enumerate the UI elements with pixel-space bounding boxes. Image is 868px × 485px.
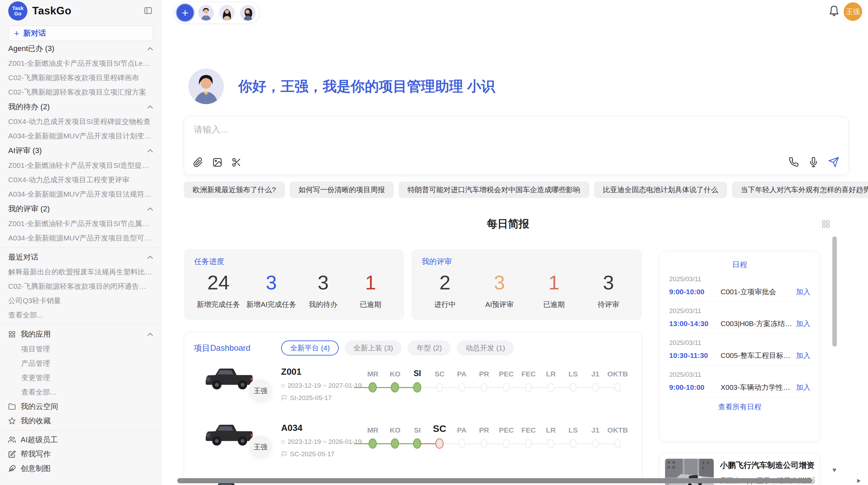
task-progress-card: 任务进度 24新增完成任务 3新增AI完成任务 3我的待办 1已逾期 (184, 249, 404, 320)
sidebar-item-creative-draw[interactable]: 创意制图 (8, 461, 153, 476)
sidebar-item-cloud-space[interactable]: 我的云空间 (8, 399, 153, 414)
project-flag: SI-2025-05-17 (290, 394, 331, 402)
logo-line2: Go (14, 11, 22, 16)
project-row[interactable]: 王强 Z001 2023-12-19 ~ 2027-01-19 SI-2025-… (194, 360, 632, 412)
mic-icon[interactable] (808, 157, 819, 167)
scissors-icon[interactable] (231, 157, 242, 167)
project-row[interactable]: 王强 A034 2023-12-19 ~ 2026-01-19 SC-2025-… (194, 416, 632, 468)
list-item[interactable]: C02-飞腾新能源轻客改款项目里程碑画布 (8, 71, 153, 85)
chevron-up-icon (147, 47, 153, 51)
sidebar-header: Task Go TaskGo (8, 0, 153, 22)
sidebar-item-help-write[interactable]: 帮我写作 (8, 447, 153, 461)
suggestion-chip[interactable]: 如何写一份清晰的项目周报 (290, 182, 394, 198)
sidebar-item-favorites[interactable]: 我的收藏 (8, 414, 153, 428)
member-avatar[interactable] (218, 4, 236, 21)
clock-icon (281, 439, 285, 445)
sidebar-item-project-mgmt[interactable]: 项目管理 (8, 342, 153, 356)
event-title: C001-立项审批会 (721, 287, 796, 297)
list-item[interactable]: 解释最新出台的欧盟报废车法规再生塑料比例被调至15%... (8, 265, 153, 279)
sidebar-item-label: 创意制图 (21, 463, 51, 474)
list-item[interactable]: C0X4-动力总成开发项目工程变更评审 (8, 173, 153, 187)
list-item[interactable]: C0X4-动力总成开发项目SI里程碑提交物检查 (8, 114, 153, 129)
greeting-text: 你好，王强，我是你的项目管理助理 小识 (238, 77, 495, 96)
member-avatar[interactable] (239, 4, 256, 21)
view-all-chats[interactable]: 查看全部... (8, 308, 153, 322)
star-icon (8, 417, 16, 425)
section-agent-done[interactable]: Agent已办 (3) (8, 41, 153, 56)
grid-icon (8, 331, 16, 338)
list-item[interactable]: A034-全新新能源MUV产品开发项目造型可行性评审 (8, 231, 153, 245)
horizontal-scrollbar[interactable] (177, 478, 812, 483)
section-title: 我的应用 (21, 329, 51, 339)
list-item[interactable]: Z001-全新燃油轻卡产品开发项目SI造型提交物评审 (8, 158, 153, 173)
event-date: 2025/03/11 (669, 371, 810, 378)
list-item[interactable]: A034-全新新能源MUV产品开发项目计划变更表编写 (8, 129, 153, 143)
sidebar-item-label: AI超级员工 (21, 435, 58, 445)
section-ai-review[interactable]: AI评审 (3) (8, 143, 153, 158)
stat-pending-review: 3待评审 (588, 270, 629, 309)
paperclip-icon[interactable] (193, 157, 203, 167)
join-link[interactable]: 加入 (796, 383, 810, 392)
view-all-apps[interactable]: 查看全部... (8, 385, 153, 399)
list-item[interactable]: 公司Q3轻卡销量 (8, 294, 153, 308)
tab-new-platform[interactable]: 全新平台 (4) (281, 340, 339, 356)
join-link[interactable]: 加入 (796, 287, 810, 297)
schedule-card: 日程 2025/03/11 9:00-10:00 C001-立项审批会 加入 2… (659, 251, 820, 442)
join-link[interactable]: 加入 (796, 319, 810, 328)
tab-new-body[interactable]: 全新上装 (3) (345, 340, 402, 356)
project-flag: SC-2025-05-17 (290, 450, 335, 458)
project-dashboard-card: 项目Dashboard 全新平台 (4) 全新上装 (3) 年型 (2) 动总开… (184, 332, 642, 485)
send-icon[interactable] (828, 157, 839, 167)
view-all-schedule-link[interactable]: 查看所有日程 (669, 402, 810, 412)
milestone: PR (473, 423, 495, 449)
suggestion-chip[interactable]: 欧洲新规最近颁布了什么? (184, 182, 285, 198)
scroll-down-arrow-icon[interactable] (832, 468, 837, 473)
list-item[interactable]: C02-飞腾新能源轻客改款项目立项汇报方案 (8, 85, 153, 99)
add-member-button[interactable]: + (177, 4, 194, 21)
new-chat-button[interactable]: + 新对话 (8, 25, 153, 41)
milestone: KO (384, 423, 406, 449)
sidebar-item-product-mgmt[interactable]: 产品管理 (8, 356, 153, 371)
new-chat-label: 新对话 (23, 28, 46, 38)
section-recent-chats[interactable]: 最近对话 (8, 250, 153, 265)
app-title: TaskGo (32, 5, 71, 17)
phone-icon[interactable] (788, 157, 799, 167)
section-my-todo[interactable]: 我的待办 (2) (8, 99, 153, 114)
composer-left-tools (193, 157, 242, 167)
vertical-scrollbar[interactable] (832, 236, 837, 347)
milestone: KO (384, 366, 406, 393)
layout-grid-icon[interactable] (821, 220, 830, 228)
project-owner-badge: 王强 (248, 434, 273, 460)
section-my-apps[interactable]: 我的应用 (8, 327, 153, 342)
suggestion-chip[interactable]: 比亚迪全固态电池计划具体说了什么 (594, 182, 727, 198)
join-link[interactable]: 加入 (796, 351, 810, 360)
image-icon[interactable] (212, 157, 222, 167)
suggestion-chip[interactable]: 当下年轻人对汽车外观有怎样的喜好趋势 (732, 182, 868, 198)
tab-powertrain[interactable]: 动总开发 (1) (457, 340, 514, 356)
milestone: FEC (517, 423, 540, 449)
user-avatar[interactable]: 王强 (844, 2, 862, 21)
sidebar-item-change-mgmt[interactable]: 变更管理 (8, 371, 153, 385)
scroll-right-arrow-icon[interactable] (856, 478, 861, 483)
user-avatar-label: 王强 (846, 7, 860, 16)
tab-model-year[interactable]: 年型 (2) (408, 340, 451, 356)
member-avatar[interactable] (197, 4, 215, 21)
list-item[interactable]: C02-飞腾新能源轻客改款项目的闭环通告反馈情况 (8, 279, 153, 294)
section-my-review[interactable]: 我的评审 (2) (8, 201, 153, 216)
list-item[interactable]: A034-全新新能源MUV产品开发项目法规符合性评审 (8, 187, 153, 201)
suggestion-chip[interactable]: 特朗普可能对进口汽车增税会对中国车企造成哪些影响 (399, 182, 589, 198)
milestone: PEC (495, 423, 518, 449)
milestone: PEC (495, 366, 518, 393)
bell-icon[interactable] (828, 4, 840, 17)
chevron-up-icon (147, 333, 153, 336)
chevron-up-icon (147, 105, 153, 109)
milestone: LR (540, 423, 562, 449)
sidebar-collapse-icon[interactable] (144, 6, 153, 15)
milestone: J1 (584, 423, 606, 449)
dashboard-title: 项目Dashboard (194, 343, 250, 353)
stat-in-progress: 2进行中 (424, 270, 466, 309)
sidebar-item-ai-employee[interactable]: AI超级员工 (8, 433, 153, 447)
list-item[interactable]: Z001-全新燃油轻卡产品开发项目SI节点属性5D文件评审 (8, 216, 153, 231)
chat-input[interactable] (193, 124, 674, 135)
list-item[interactable]: Z001-全新燃油皮卡产品开发项目SI节点Lesson Learn报告 (8, 56, 153, 71)
